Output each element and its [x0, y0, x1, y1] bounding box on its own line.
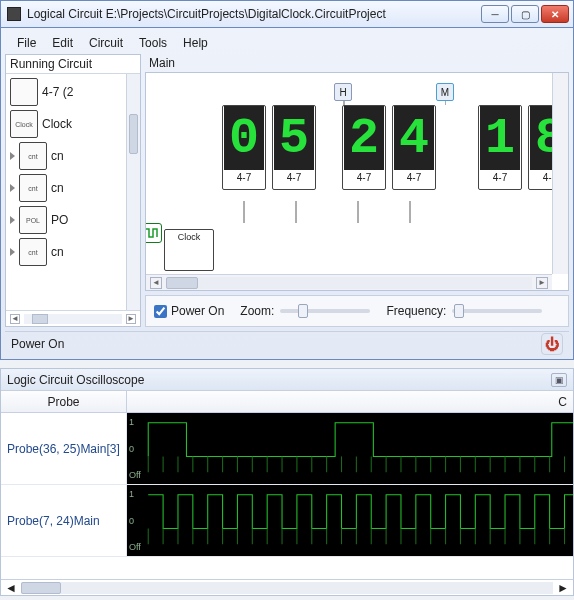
probe-row: Probe(36, 25)Main[3] 1 0 Off: [1, 413, 573, 485]
scroll-right-icon[interactable]: ►: [536, 277, 548, 289]
tree-item-label: PO: [51, 213, 68, 227]
component-icon: POL: [19, 206, 47, 234]
oscilloscope-window: Logic Circuit Oscilloscope ▣ Probe C Pro…: [0, 368, 574, 596]
tree-vertical-scrollbar[interactable]: [126, 74, 140, 310]
maximize-button[interactable]: ▢: [511, 5, 539, 23]
expand-icon[interactable]: [10, 216, 15, 224]
menubar: File Edit Circuit Tools Help: [5, 32, 569, 54]
tree-item[interactable]: cnt cn: [8, 236, 138, 268]
menu-tools[interactable]: Tools: [133, 34, 173, 52]
power-on-label: Power On: [171, 304, 224, 318]
canvas-vertical-scrollbar[interactable]: [552, 73, 568, 274]
menu-edit[interactable]: Edit: [46, 34, 79, 52]
menu-help[interactable]: Help: [177, 34, 214, 52]
control-bar: Power On Zoom: Frequency:: [145, 295, 569, 327]
menu-circuit[interactable]: Circuit: [83, 34, 129, 52]
oscilloscope-body: Probe(36, 25)Main[3] 1 0 Off Probe: [1, 413, 573, 579]
running-circuit-header: Running Circuit: [6, 55, 140, 74]
menu-file[interactable]: File: [11, 34, 42, 52]
oscilloscope-titlebar[interactable]: Logic Circuit Oscilloscope ▣: [1, 369, 573, 391]
oscilloscope-title: Logic Circuit Oscilloscope: [7, 373, 144, 387]
app-icon: [7, 7, 21, 21]
expand-icon[interactable]: [10, 184, 15, 192]
tag-m-button[interactable]: M: [436, 83, 454, 101]
digit-display: 2: [344, 106, 384, 170]
main-window: File Edit Circuit Tools Help Running Cir…: [0, 28, 574, 360]
segment-label: 4-7: [237, 170, 251, 189]
seven-segment[interactable]: 4 4-7: [392, 105, 436, 190]
power-on-checkbox[interactable]: Power On: [154, 304, 224, 318]
y-axis-labels: 1 0 Off: [129, 417, 147, 480]
digit-display: 5: [274, 106, 314, 170]
digit-display: 0: [224, 106, 264, 170]
digit-display: 4: [394, 106, 434, 170]
clock-source-icon[interactable]: [145, 223, 162, 243]
probe-row: Probe(7, 24)Main 1 0 Off: [1, 485, 573, 557]
probe-name[interactable]: Probe(36, 25)Main[3]: [1, 413, 127, 484]
window-title: Logical Circuit E:\Projects\CircuitProje…: [27, 7, 481, 21]
status-bar: Power On ⏻: [5, 331, 569, 355]
tree-item-label: 4-7 (2: [42, 85, 73, 99]
scroll-left-icon[interactable]: ◄: [5, 581, 17, 595]
seven-segment[interactable]: 2 4-7: [342, 105, 386, 190]
main-panel: Main H M 0 4-7 5 4-7 2 4-7: [145, 54, 569, 327]
oscilloscope-close-button[interactable]: ▣: [551, 373, 567, 387]
seven-segment[interactable]: 1 4-7: [478, 105, 522, 190]
power-button[interactable]: ⏻: [541, 333, 563, 355]
titlebar[interactable]: Logical Circuit E:\Projects\CircuitProje…: [0, 0, 574, 28]
seven-segment[interactable]: 5 4-7: [272, 105, 316, 190]
zoom-slider[interactable]: [280, 309, 370, 313]
zoom-label: Zoom:: [240, 304, 274, 318]
close-button[interactable]: ✕: [541, 5, 569, 23]
component-icon: cnt: [19, 142, 47, 170]
segment-label: 4-7: [407, 170, 421, 189]
probe-waveform[interactable]: 1 0 Off: [127, 485, 573, 556]
tag-h-button[interactable]: H: [334, 83, 352, 101]
tree-item[interactable]: cnt cn: [8, 140, 138, 172]
digit-display: 1: [480, 106, 520, 170]
segment-label: 4-7: [357, 170, 371, 189]
tree-item[interactable]: 4-7 (2: [8, 76, 138, 108]
component-icon: cnt: [19, 174, 47, 202]
second-column-header[interactable]: C: [127, 391, 573, 412]
seven-segment-row: 0 4-7 5 4-7 2 4-7 4 4-7: [222, 105, 569, 190]
tree-horizontal-scrollbar[interactable]: ◄ ►: [6, 310, 140, 326]
tree-item[interactable]: POL PO: [8, 204, 138, 236]
tree-item[interactable]: Clock Clock: [8, 108, 138, 140]
component-icon: Clock: [10, 110, 38, 138]
tree-item-label: cn: [51, 245, 64, 259]
tree-item-label: Clock: [42, 117, 72, 131]
power-icon: ⏻: [545, 336, 559, 352]
circuit-canvas[interactable]: H M 0 4-7 5 4-7 2 4-7: [145, 72, 569, 291]
scroll-right-icon[interactable]: ►: [557, 581, 569, 595]
waveform-slow: [127, 413, 573, 484]
frequency-slider[interactable]: [452, 309, 542, 313]
frequency-label: Frequency:: [386, 304, 446, 318]
running-circuit-panel: Running Circuit 4-7 (2 Clock Clock cnt c…: [5, 54, 141, 327]
scroll-right-icon[interactable]: ►: [126, 314, 136, 324]
probe-name[interactable]: Probe(7, 24)Main: [1, 485, 127, 556]
segment-label: 4-7: [493, 170, 507, 189]
oscilloscope-header: Probe C: [1, 391, 573, 413]
expand-icon[interactable]: [10, 152, 15, 160]
waveform-fast: [127, 485, 573, 556]
seven-segment[interactable]: 0 4-7: [222, 105, 266, 190]
scroll-left-icon[interactable]: ◄: [10, 314, 20, 324]
probe-column-header[interactable]: Probe: [1, 391, 127, 412]
tree-item[interactable]: cnt cn: [8, 172, 138, 204]
circuit-tree[interactable]: 4-7 (2 Clock Clock cnt cn cnt cn: [6, 74, 140, 310]
status-text: Power On: [11, 337, 64, 351]
minimize-button[interactable]: ─: [481, 5, 509, 23]
component-icon: cnt: [19, 238, 47, 266]
power-on-input[interactable]: [154, 305, 167, 318]
scroll-left-icon[interactable]: ◄: [150, 277, 162, 289]
oscilloscope-scrollbar[interactable]: ◄ ►: [1, 579, 573, 595]
probe-waveform[interactable]: 1 0 Off: [127, 413, 573, 484]
tree-item-label: cn: [51, 181, 64, 195]
y-axis-labels: 1 0 Off: [129, 489, 147, 552]
main-header: Main: [145, 54, 569, 72]
tree-item-label: cn: [51, 149, 64, 163]
canvas-horizontal-scrollbar[interactable]: ◄ ►: [146, 274, 552, 290]
clock-block[interactable]: Clock: [164, 229, 214, 271]
expand-icon[interactable]: [10, 248, 15, 256]
